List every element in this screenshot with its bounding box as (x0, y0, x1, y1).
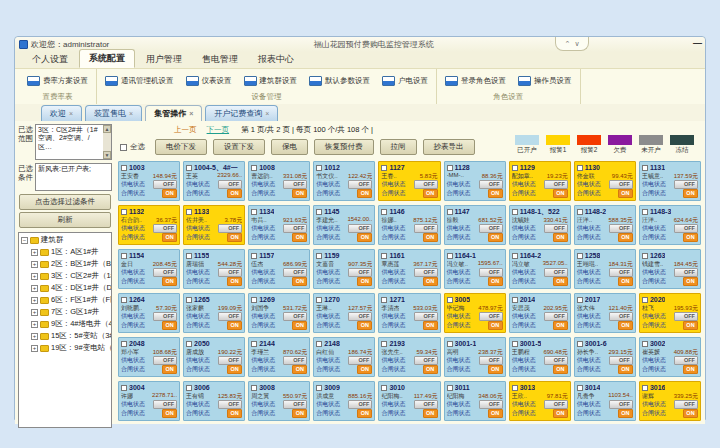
card-checkbox[interactable] (577, 165, 583, 171)
ribbon-button-0-0[interactable]: 费率方案设置 (25, 75, 90, 87)
meter-card[interactable]: 1003王安春148.94元供电状态OFF合闸状态ON (118, 161, 180, 201)
expand-icon[interactable]: + (31, 285, 38, 292)
card-checkbox[interactable] (316, 209, 322, 215)
meter-card[interactable]: 1134韦吕..921.63元供电状态OFF合闸状态ON (248, 205, 310, 245)
card-checkbox[interactable] (316, 385, 322, 391)
card-checkbox[interactable] (251, 253, 257, 259)
tree-item-6[interactable]: +9区：4#塔电井（4#塔… (31, 319, 111, 329)
meter-card[interactable]: 1155唐瑞德544.28元供电状态OFF合闸状态ON (183, 249, 245, 289)
tree-item-0[interactable]: +1区：A区1#井 (31, 247, 111, 257)
meter-card[interactable]: 2020桂飞195.93元供电状态OFF合闸状态ON (639, 293, 701, 333)
collapse-icon[interactable]: − (21, 237, 28, 244)
tab-3[interactable]: 开户记费查询× (205, 105, 278, 121)
card-checkbox[interactable] (316, 253, 322, 259)
ribbon-button-1-2[interactable]: 建筑群设置 (242, 75, 300, 87)
card-checkbox[interactable] (251, 165, 257, 171)
tree-item-1[interactable]: +2区：B区1#井（B区1#… (31, 259, 111, 269)
ribbon-button-1-0[interactable]: 通讯管理机设置 (103, 75, 176, 87)
card-checkbox[interactable] (642, 385, 648, 391)
action-button-5[interactable]: 抄表导出 (423, 139, 475, 155)
meter-card[interactable]: 2017张大伟121.40元供电状态OFF合闸状态ON (574, 293, 636, 333)
menu-item-1[interactable]: 系统配置 (79, 49, 135, 68)
meter-card[interactable]: 2050唐成放190.22元供电状态OFF合闸状态ON (183, 337, 245, 377)
meter-card[interactable]: 3001-6孙长争..293.15元供电状态OFF合闸状态ON (574, 337, 636, 377)
card-checkbox[interactable] (186, 209, 192, 215)
meter-card[interactable]: 1127王春..5.83元供电状态OFF合闸状态ON (378, 161, 440, 201)
card-checkbox[interactable] (381, 341, 387, 347)
meter-card[interactable]: 1157伍杰686.99元供电状态OFF合闸状态ON (248, 249, 310, 289)
tree-item-5[interactable]: +7区：G区1#井 (31, 307, 111, 317)
card-checkbox[interactable] (512, 385, 518, 391)
card-checkbox[interactable] (121, 165, 127, 171)
ribbon-toggle[interactable]: ⌃ ∨ (555, 37, 589, 51)
meter-card[interactable]: 3009洪成意885.16元供电状态OFF合闸状态ON (313, 381, 375, 421)
action-button-3[interactable]: 恢复预付费 (314, 139, 374, 155)
meter-card[interactable]: 1133佐井美..3.78元供电状态OFF合闸状态ON (183, 205, 245, 245)
minimize-button[interactable]: — (693, 38, 702, 48)
meter-card[interactable]: 1269刘国争531.72元供电状态OFF合闸状态ON (248, 293, 310, 333)
ribbon-button-1-1[interactable]: 仪表设置 (184, 75, 234, 87)
expand-icon[interactable]: + (31, 261, 38, 268)
card-checkbox[interactable] (316, 341, 322, 347)
tree-root[interactable]: −建筑群 (21, 235, 111, 245)
meter-card[interactable]: 1159文嘉音907.35元供电状态OFF合闸状态ON (313, 249, 375, 289)
select-all-checkbox[interactable] (120, 144, 127, 151)
card-checkbox[interactable] (447, 341, 453, 347)
meter-card[interactable]: 2193张先生..59.34元供电状态OFF合闸状态ON (378, 337, 440, 377)
card-checkbox[interactable] (512, 297, 518, 303)
card-checkbox[interactable] (121, 253, 127, 259)
tree-item-8[interactable]: +19区：9#变电站（2#… (31, 343, 111, 353)
menu-item-2[interactable]: 用户管理 (137, 51, 191, 68)
card-checkbox[interactable] (577, 253, 583, 259)
card-checkbox[interactable] (381, 253, 387, 259)
card-checkbox[interactable] (447, 385, 453, 391)
tree-item-2[interactable]: +3区：C区2#井（1#空… (31, 271, 111, 281)
meter-card[interactable]: 3002崔英媛409.88元供电状态OFF合闸状态ON (639, 337, 701, 377)
card-checkbox[interactable] (512, 341, 518, 347)
filter-button[interactable]: 点击选择过滤条件 (19, 194, 111, 210)
meter-card[interactable]: 1004-5、4#一王英2329.66..供电状态OFF合闸状态ON (183, 161, 245, 201)
card-checkbox[interactable] (316, 297, 322, 303)
range-scrollbar[interactable]: ▲ ▼ (103, 125, 111, 159)
meter-card[interactable]: 3001-5王鹏程690.48元供电状态OFF合闸状态ON (509, 337, 571, 377)
meter-card[interactable]: 1154金日208.45元供电状态OFF合闸状态ON (118, 249, 180, 289)
card-checkbox[interactable] (577, 209, 583, 215)
tab-1[interactable]: 装置售电× (85, 105, 142, 121)
meter-card[interactable]: 1008曹远韵..331.08元供电状态OFF合闸状态ON (248, 161, 310, 201)
card-checkbox[interactable] (577, 297, 583, 303)
card-checkbox[interactable] (642, 209, 648, 215)
action-button-0[interactable]: 电价下发 (155, 139, 207, 155)
menu-item-0[interactable]: 个人设置 (23, 51, 77, 68)
meter-card[interactable]: 1263钱建雪..184.45元供电状态OFF合闸状态ON (639, 249, 701, 289)
meter-card[interactable]: 3014凡贵争1103.54..供电状态OFF合闸状态ON (574, 381, 636, 421)
ribbon-button-2-0[interactable]: 登录角色设置 (443, 75, 508, 87)
tree-item-7[interactable]: +15区：5#变站（3#变… (31, 331, 111, 341)
meter-card[interactable]: 1264刘晓鹏..57.30元供电状态OFF合闸状态ON (118, 293, 180, 333)
card-checkbox[interactable] (251, 209, 257, 215)
scroll-down-icon[interactable]: ▼ (103, 151, 111, 159)
card-checkbox[interactable] (447, 253, 453, 259)
expand-icon[interactable]: + (31, 321, 38, 328)
card-checkbox[interactable] (316, 165, 322, 171)
meter-card[interactable]: 1012书文仪..122.42元供电状态OFF合闸状态ON (313, 161, 375, 201)
card-checkbox[interactable] (642, 165, 648, 171)
card-checkbox[interactable] (251, 341, 257, 347)
meter-card[interactable]: 3016谢辉339.25元供电状态OFF合闸状态ON (639, 381, 701, 421)
action-button-4[interactable]: 拉闸 (380, 139, 417, 155)
prev-page-link[interactable]: 上一页 (174, 125, 197, 134)
menu-item-3[interactable]: 售电管理 (193, 51, 247, 68)
card-checkbox[interactable] (381, 297, 387, 303)
meter-card[interactable]: 1132石合韵..36.37元供电状态OFF合闸状态ON (118, 205, 180, 245)
action-button-2[interactable]: 保电 (271, 139, 308, 155)
card-checkbox[interactable] (512, 165, 518, 171)
meter-card[interactable]: 1145李建光..1542.00..供电状态OFF合闸状态ON (313, 205, 375, 245)
meter-card[interactable]: 3006王有锦125.83元供电状态OFF合闸状态ON (183, 381, 245, 421)
next-page-link[interactable]: 下一页 (207, 125, 230, 134)
selected-range-box[interactable]: 3区：C区2#井（1#空调、2#空调、/区… ▲ ▼ (35, 124, 112, 160)
card-checkbox[interactable] (121, 209, 127, 215)
expand-icon[interactable]: + (31, 309, 38, 316)
meter-card[interactable]: 1147徐毅681.52元供电状态OFF合闸状态ON (444, 205, 506, 245)
selected-condition-box[interactable]: 新风表:已开户表; (35, 163, 112, 191)
card-checkbox[interactable] (186, 297, 192, 303)
card-checkbox[interactable] (447, 165, 453, 171)
